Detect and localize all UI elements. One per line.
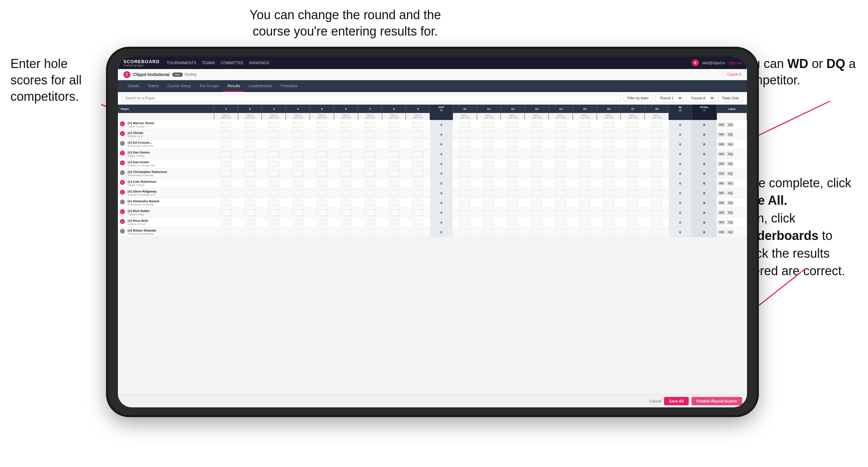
score-hole-18-row-11[interactable] — [645, 227, 669, 237]
score-hole-3-row-10[interactable] — [262, 218, 286, 227]
score-hole-13-row-0[interactable] — [525, 120, 549, 130]
score-input-h12[interactable] — [507, 161, 518, 167]
score-input-h17[interactable] — [627, 151, 638, 157]
score-hole-9-row-6[interactable] — [406, 179, 430, 188]
score-hole-8-row-7[interactable] — [382, 188, 406, 198]
score-input-h15[interactable] — [579, 131, 590, 138]
score-input-h16[interactable] — [603, 219, 614, 226]
score-hole-17-row-3[interactable] — [621, 149, 645, 159]
wd-button-0[interactable]: WD — [718, 122, 725, 127]
score-input-h1[interactable] — [220, 210, 232, 216]
score-input-h18[interactable] — [651, 200, 662, 206]
score-input-h13[interactable] — [531, 122, 542, 128]
score-input-h16[interactable] — [603, 200, 614, 206]
score-input-h11[interactable] — [483, 190, 494, 196]
score-input-h6[interactable] — [340, 131, 352, 138]
score-hole-6-row-5[interactable] — [334, 169, 358, 179]
score-hole-17-row-4[interactable] — [621, 159, 645, 169]
score-hole-10-row-6[interactable] — [453, 179, 477, 188]
score-input-h17[interactable] — [627, 190, 638, 196]
score-input-h13[interactable] — [531, 210, 542, 216]
score-hole-12-row-8[interactable] — [501, 198, 525, 208]
score-input-h2[interactable] — [244, 190, 256, 196]
score-hole-4-row-3[interactable] — [286, 149, 310, 159]
score-input-h15[interactable] — [579, 229, 590, 235]
score-input-h11[interactable] — [483, 180, 494, 187]
score-hole-13-row-10[interactable] — [525, 218, 549, 227]
cancel-tournament-link[interactable]: Cancel X — [727, 73, 741, 76]
score-input-h5[interactable] — [316, 219, 327, 226]
score-input-h7[interactable] — [364, 131, 376, 138]
scorecard-container[interactable]: Player 1 2 3 4 5 6 7 8 9 OUT36 10 — [118, 105, 747, 394]
score-input-h7[interactable] — [364, 229, 376, 235]
score-hole-8-row-9[interactable] — [382, 208, 406, 218]
score-hole-15-row-4[interactable] — [573, 159, 597, 169]
tab-leaderboards[interactable]: Leaderboards — [244, 80, 277, 92]
score-input-h18[interactable] — [651, 210, 662, 216]
score-input-h10[interactable] — [459, 161, 470, 167]
score-hole-1-row-7[interactable] — [214, 188, 238, 198]
score-hole-15-row-1[interactable] — [573, 130, 597, 140]
score-hole-5-row-3[interactable] — [310, 149, 334, 159]
score-input-h5[interactable] — [316, 210, 327, 216]
score-input-h2[interactable] — [244, 141, 256, 148]
score-hole-4-row-11[interactable] — [286, 227, 310, 237]
score-input-h7[interactable] — [364, 190, 376, 196]
score-input-h8[interactable] — [388, 180, 400, 187]
score-hole-10-row-4[interactable] — [453, 159, 477, 169]
score-hole-9-row-8[interactable] — [406, 198, 430, 208]
score-hole-10-row-7[interactable] — [453, 188, 477, 198]
score-hole-2-row-1[interactable] — [238, 130, 262, 140]
score-input-h10[interactable] — [459, 141, 470, 148]
score-hole-17-row-2[interactable] — [621, 140, 645, 149]
score-input-h2[interactable] — [244, 151, 256, 157]
score-input-h1[interactable] — [220, 161, 232, 167]
score-input-h13[interactable] — [531, 171, 542, 177]
score-hole-16-row-10[interactable] — [597, 218, 621, 227]
score-hole-17-row-7[interactable] — [621, 188, 645, 198]
score-hole-14-row-10[interactable] — [549, 218, 573, 227]
score-input-h7[interactable] — [364, 161, 376, 167]
score-hole-15-row-7[interactable] — [573, 188, 597, 198]
score-hole-14-row-8[interactable] — [549, 198, 573, 208]
score-hole-7-row-0[interactable] — [358, 120, 382, 130]
score-input-h1[interactable] — [220, 171, 232, 177]
score-input-h9[interactable] — [412, 151, 423, 157]
score-hole-15-row-11[interactable] — [573, 227, 597, 237]
score-hole-8-row-11[interactable] — [382, 227, 406, 237]
score-input-h1[interactable] — [220, 131, 232, 138]
score-hole-3-row-5[interactable] — [262, 169, 286, 179]
score-hole-10-row-3[interactable] — [453, 149, 477, 159]
score-hole-17-row-10[interactable] — [621, 218, 645, 227]
score-hole-8-row-1[interactable] — [382, 130, 406, 140]
nav-tournaments[interactable]: TOURNAMENTS — [167, 61, 196, 65]
score-input-h10[interactable] — [459, 180, 470, 187]
score-input-h1[interactable] — [220, 219, 232, 226]
score-input-h3[interactable] — [268, 151, 279, 157]
score-hole-9-row-11[interactable] — [406, 227, 430, 237]
score-hole-15-row-0[interactable] — [573, 120, 597, 130]
score-hole-6-row-2[interactable] — [334, 140, 358, 149]
dq-button-6[interactable]: DQ — [727, 181, 734, 186]
score-hole-16-row-7[interactable] — [597, 188, 621, 198]
score-hole-10-row-1[interactable] — [453, 130, 477, 140]
score-input-h9[interactable] — [412, 131, 423, 138]
score-input-h6[interactable] — [340, 219, 352, 226]
score-input-h9[interactable] — [412, 219, 423, 226]
score-hole-4-row-10[interactable] — [286, 218, 310, 227]
score-hole-4-row-5[interactable] — [286, 169, 310, 179]
score-input-h18[interactable] — [651, 219, 662, 226]
score-input-h5[interactable] — [316, 141, 327, 148]
score-input-h10[interactable] — [459, 219, 470, 226]
score-input-h17[interactable] — [627, 122, 638, 128]
score-input-h5[interactable] — [316, 122, 327, 128]
score-hole-14-row-0[interactable] — [549, 120, 573, 130]
score-hole-5-row-4[interactable] — [310, 159, 334, 169]
wd-button-9[interactable]: WD — [718, 210, 725, 215]
score-input-h17[interactable] — [627, 131, 638, 138]
score-input-h4[interactable] — [292, 161, 303, 167]
score-hole-4-row-6[interactable] — [286, 179, 310, 188]
tab-details[interactable]: Details — [123, 80, 144, 92]
score-input-h3[interactable] — [268, 229, 279, 235]
dq-button-10[interactable]: DQ — [727, 220, 734, 225]
